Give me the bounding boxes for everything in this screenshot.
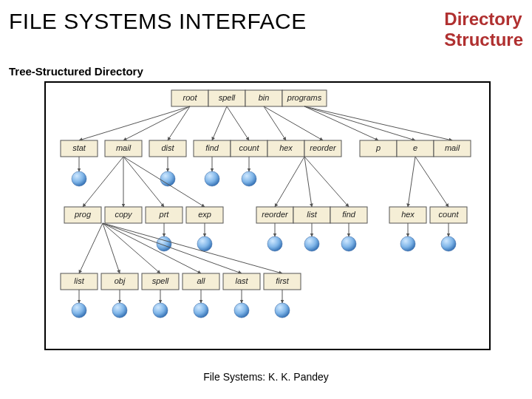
node-list: list: [307, 210, 317, 219]
node-prog: prog: [74, 210, 92, 219]
node-all: all: [197, 276, 205, 285]
root-row: root spell bin programs: [171, 90, 327, 106]
leaf-icon: [267, 236, 282, 251]
leaf-icon: [153, 303, 168, 318]
leaf-icon: [441, 236, 456, 251]
leaf-icon: [400, 236, 415, 251]
tree-diagram: root spell bin programs stat mail dist f…: [44, 81, 491, 350]
node-mail2: mail: [445, 143, 460, 152]
node-spell: spell: [219, 93, 236, 102]
node-hex2: hex: [401, 210, 415, 219]
leaf-icon: [194, 303, 208, 318]
row2: stat mail dist find count hex reorder p …: [61, 140, 471, 157]
leaf-icon: [234, 303, 249, 318]
node-mail: mail: [116, 143, 132, 152]
node-bin: bin: [259, 93, 270, 102]
node-find2: find: [342, 210, 356, 219]
node-reorder2: reorder: [262, 210, 289, 219]
node-count: count: [239, 143, 260, 152]
subtitle-line1: Directory: [444, 9, 522, 29]
node-reorder: reorder: [310, 143, 337, 152]
leaf-icon: [205, 171, 219, 186]
node-programs: programs: [287, 93, 322, 102]
row3-left: prog copy prt exp: [64, 207, 223, 223]
node-exp: exp: [198, 210, 211, 219]
node-first: first: [276, 276, 290, 285]
node-dist: dist: [161, 143, 174, 152]
node-count2: count: [439, 210, 460, 219]
node-stat: stat: [72, 143, 86, 152]
node-root: root: [183, 93, 198, 102]
leaf-icon: [72, 303, 86, 318]
node-prt: prt: [159, 210, 170, 219]
row4: list obj spell all last first: [61, 273, 301, 290]
leaf-icon: [304, 236, 319, 251]
node-p: p: [375, 143, 381, 152]
row3-right: hex count: [389, 207, 467, 223]
node-list2: list: [74, 276, 84, 285]
node-hex: hex: [279, 143, 293, 152]
leaf-icon: [197, 236, 212, 251]
node-spell2: spell: [152, 276, 169, 285]
node-copy: copy: [115, 210, 133, 219]
page-subtitle: Directory Structure: [444, 9, 523, 50]
page-title: FILE SYSTEMS INTERFACE: [9, 9, 307, 34]
leaf-icon: [242, 171, 256, 186]
leaf-icon: [275, 303, 290, 318]
node-find: find: [205, 143, 219, 152]
row3-mid: reorder list find: [256, 207, 367, 223]
section-heading: Tree-Structured Directory: [9, 65, 143, 78]
node-e: e: [413, 143, 417, 152]
leaf-icon: [112, 303, 127, 318]
node-last: last: [235, 276, 248, 285]
footer-text: File Systems: K. K. Pandey: [0, 371, 532, 383]
subtitle-line2: Structure: [444, 30, 523, 50]
node-obj: obj: [115, 276, 126, 285]
leaf-icon: [341, 236, 356, 251]
leaf-icon: [72, 171, 86, 186]
